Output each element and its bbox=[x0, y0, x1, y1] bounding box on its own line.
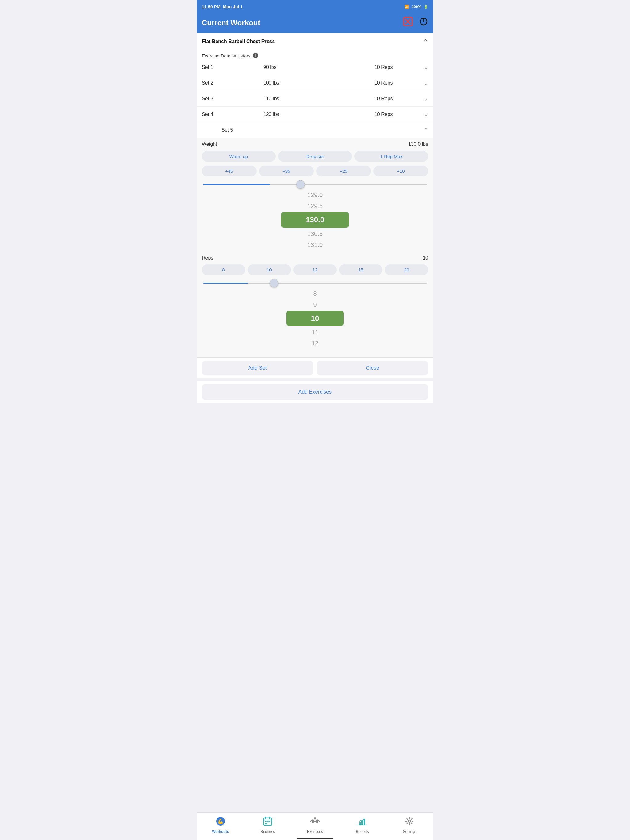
weight-increment-buttons: +45 +35 +25 +10 bbox=[202, 166, 428, 177]
svg-rect-13 bbox=[269, 821, 271, 823]
increment-45-button[interactable]: +45 bbox=[202, 166, 256, 177]
power-icon[interactable] bbox=[419, 17, 428, 28]
weight-picker-item-2: 129.5 bbox=[307, 201, 323, 212]
set-1-name: Set 1 bbox=[202, 65, 226, 70]
home-indicator-bar bbox=[296, 838, 334, 839]
exercises-tab-label: Exercises bbox=[307, 829, 323, 834]
one-rep-max-button[interactable]: 1 Rep Max bbox=[355, 151, 428, 162]
reps-picker-item-2: 9 bbox=[313, 299, 317, 310]
add-exercises-button[interactable]: Add Exercises bbox=[202, 384, 428, 400]
battery-icon: 🔋 bbox=[424, 5, 428, 9]
tab-bar: 💪 Workouts Routines bbox=[197, 812, 433, 836]
set-1-chevron: ⌄ bbox=[424, 64, 428, 71]
set-4-reps: 10 Reps bbox=[343, 112, 424, 117]
reps-10-button[interactable]: 10 bbox=[248, 264, 291, 275]
set-3-chevron: ⌄ bbox=[424, 95, 428, 102]
svg-rect-17 bbox=[312, 820, 313, 823]
set-row-3[interactable]: Set 3 110 lbs 10 Reps ⌄ bbox=[197, 91, 433, 107]
tab-reports[interactable]: Reports bbox=[350, 815, 375, 835]
exercises-tab-icon bbox=[310, 816, 320, 828]
exercise-section: Flat Bench Barbell Chest Press ⌃ Exercis… bbox=[197, 33, 433, 379]
set-row-1[interactable]: Set 1 90 lbs 10 Reps ⌄ bbox=[197, 60, 433, 75]
exercise-name: Flat Bench Barbell Chest Press bbox=[202, 39, 275, 44]
set-5-expanded: Weight 130.0 lbs Warm up Drop set 1 Rep … bbox=[197, 138, 433, 357]
exercise-header[interactable]: Flat Bench Barbell Chest Press ⌃ bbox=[197, 33, 433, 51]
reps-slider[interactable] bbox=[203, 283, 427, 284]
weight-picker[interactable]: 129.0 129.5 130.0 130.5 131.0 bbox=[202, 189, 428, 250]
routines-tab-icon bbox=[263, 816, 272, 828]
set-4-weight: 120 lbs bbox=[226, 112, 343, 117]
add-set-button[interactable]: Add Set bbox=[202, 361, 313, 376]
set-1-weight: 90 lbs bbox=[226, 65, 343, 70]
settings-tab-icon bbox=[405, 816, 414, 828]
set-1-reps: 10 Reps bbox=[343, 65, 424, 70]
set-4-name: Set 4 bbox=[202, 112, 226, 117]
header: Current Workout bbox=[197, 14, 433, 33]
svg-rect-22 bbox=[359, 823, 361, 825]
weight-picker-item-4: 130.5 bbox=[307, 228, 323, 239]
reps-picker-selected: 10 bbox=[287, 311, 344, 326]
weight-param-row: Weight 130.0 lbs bbox=[202, 141, 428, 147]
routines-tab-label: Routines bbox=[261, 829, 275, 834]
reps-slider-container[interactable] bbox=[202, 279, 428, 285]
exercise-collapse-icon: ⌃ bbox=[423, 38, 428, 45]
reps-15-button[interactable]: 15 bbox=[339, 264, 382, 275]
action-buttons-row: Add Set Close bbox=[197, 357, 433, 379]
status-icons: 📶 100% 🔋 bbox=[405, 5, 428, 9]
bottom-spacer bbox=[197, 403, 433, 406]
info-icon[interactable]: i bbox=[253, 53, 258, 58]
header-actions bbox=[403, 17, 428, 28]
tab-routines[interactable]: Routines bbox=[255, 815, 280, 835]
weight-picker-selected: 130.0 bbox=[281, 212, 349, 227]
reports-tab-icon bbox=[358, 816, 367, 828]
weight-slider[interactable] bbox=[203, 184, 427, 185]
workouts-tab-icon: 💪 bbox=[216, 816, 225, 828]
home-indicator bbox=[197, 836, 433, 840]
set-5-name: Set 5 bbox=[202, 127, 233, 133]
status-time: 11:50 PM Mon Jul 1 bbox=[202, 4, 243, 9]
weight-option-buttons: Warm up Drop set 1 Rep Max bbox=[202, 151, 428, 162]
set-2-name: Set 2 bbox=[202, 80, 226, 86]
settings-tab-label: Settings bbox=[403, 829, 416, 834]
close-button[interactable]: Close bbox=[317, 361, 428, 376]
svg-rect-14 bbox=[265, 823, 267, 824]
increment-35-button[interactable]: +35 bbox=[259, 166, 314, 177]
set-5-header[interactable]: Set 5 ⌃ bbox=[197, 122, 433, 138]
set-2-chevron: ⌄ bbox=[424, 80, 428, 87]
reps-8-button[interactable]: 8 bbox=[202, 264, 245, 275]
workouts-tab-label: Workouts bbox=[212, 829, 229, 834]
svg-rect-11 bbox=[265, 821, 267, 823]
svg-point-29 bbox=[408, 820, 411, 823]
reps-12-button[interactable]: 12 bbox=[293, 264, 337, 275]
cancel-icon[interactable] bbox=[403, 17, 413, 28]
set-2-reps: 10 Reps bbox=[343, 80, 424, 86]
set-3-name: Set 3 bbox=[202, 96, 226, 101]
set-row-2[interactable]: Set 2 100 lbs 10 Reps ⌄ bbox=[197, 75, 433, 91]
set-4-chevron: ⌄ bbox=[424, 111, 428, 118]
tab-workouts[interactable]: 💪 Workouts bbox=[208, 815, 233, 835]
svg-point-21 bbox=[314, 817, 316, 819]
reps-label: Reps bbox=[202, 255, 213, 261]
exercise-details-label: Exercise Details/History bbox=[202, 53, 250, 58]
weight-slider-container[interactable] bbox=[202, 181, 428, 186]
set-2-weight: 100 lbs bbox=[226, 80, 343, 86]
tab-settings[interactable]: Settings bbox=[397, 815, 422, 835]
reps-picker[interactable]: 8 9 10 11 12 bbox=[202, 288, 428, 349]
weight-value: 130.0 lbs bbox=[408, 141, 428, 147]
page-title: Current Workout bbox=[202, 19, 260, 27]
reps-param-row: Reps 10 bbox=[202, 255, 428, 261]
reps-picker-item-5: 12 bbox=[312, 338, 318, 349]
drop-set-button[interactable]: Drop set bbox=[278, 151, 352, 162]
increment-25-button[interactable]: +25 bbox=[316, 166, 371, 177]
warm-up-button[interactable]: Warm up bbox=[202, 151, 275, 162]
increment-10-button[interactable]: +10 bbox=[374, 166, 428, 177]
svg-rect-24 bbox=[364, 819, 365, 825]
weight-label: Weight bbox=[202, 141, 217, 147]
reports-tab-label: Reports bbox=[356, 829, 369, 834]
set-row-4[interactable]: Set 4 120 lbs 10 Reps ⌄ bbox=[197, 107, 433, 122]
weight-picker-item-1: 129.0 bbox=[307, 189, 323, 201]
exercise-details-row[interactable]: Exercise Details/History i bbox=[197, 51, 433, 60]
reps-20-button[interactable]: 20 bbox=[385, 264, 428, 275]
svg-line-26 bbox=[359, 820, 361, 822]
tab-exercises[interactable]: Exercises bbox=[303, 815, 327, 835]
